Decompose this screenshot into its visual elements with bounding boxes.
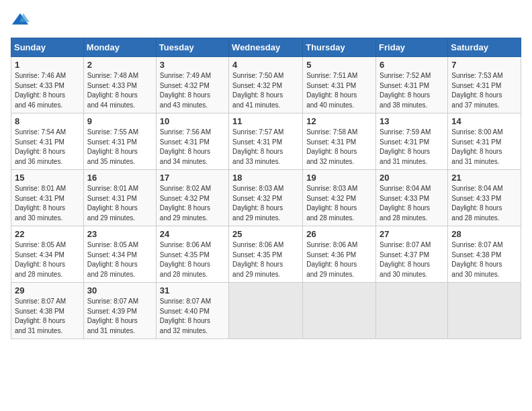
day-detail: Sunrise: 7:50 AMSunset: 4:32 PMDaylight:… (232, 72, 283, 109)
day-detail: Sunrise: 7:48 AMSunset: 4:33 PMDaylight:… (87, 72, 138, 109)
day-number: 25 (232, 229, 299, 239)
day-detail: Sunrise: 7:54 AMSunset: 4:31 PMDaylight:… (15, 128, 66, 165)
calendar-cell: 2 Sunrise: 7:48 AMSunset: 4:33 PMDayligh… (83, 57, 156, 113)
calendar-cell: 14 Sunrise: 8:00 AMSunset: 4:31 PMDaylig… (448, 113, 521, 170)
calendar-week-2: 8 Sunrise: 7:54 AMSunset: 4:31 PMDayligh… (11, 113, 521, 170)
weekday-header-thursday: Thursday (303, 38, 376, 57)
calendar-cell (376, 283, 448, 339)
day-detail: Sunrise: 7:52 AMSunset: 4:31 PMDaylight:… (380, 72, 431, 109)
day-number: 23 (87, 229, 152, 239)
day-number: 1 (15, 60, 80, 70)
day-detail: Sunrise: 7:55 AMSunset: 4:31 PMDaylight:… (87, 128, 138, 165)
calendar-cell: 8 Sunrise: 7:54 AMSunset: 4:31 PMDayligh… (11, 113, 84, 170)
day-number: 9 (87, 116, 152, 126)
day-detail: Sunrise: 8:00 AMSunset: 4:31 PMDaylight:… (451, 128, 502, 165)
day-number: 18 (232, 173, 299, 183)
calendar-cell: 7 Sunrise: 7:53 AMSunset: 4:31 PMDayligh… (448, 57, 521, 113)
calendar-cell: 23 Sunrise: 8:05 AMSunset: 4:34 PMDaylig… (83, 226, 156, 283)
calendar-cell: 5 Sunrise: 7:51 AMSunset: 4:31 PMDayligh… (303, 57, 376, 113)
day-number: 20 (380, 173, 444, 183)
calendar-week-5: 29 Sunrise: 8:07 AMSunset: 4:38 PMDaylig… (11, 283, 521, 339)
day-detail: Sunrise: 8:01 AMSunset: 4:31 PMDaylight:… (87, 185, 138, 222)
calendar-week-4: 22 Sunrise: 8:05 AMSunset: 4:34 PMDaylig… (11, 226, 521, 283)
weekday-header-friday: Friday (376, 38, 448, 57)
day-number: 24 (160, 229, 225, 239)
day-detail: Sunrise: 7:59 AMSunset: 4:31 PMDaylight:… (380, 128, 431, 165)
day-number: 8 (15, 116, 80, 126)
weekday-header-wednesday: Wednesday (229, 38, 303, 57)
weekday-header-tuesday: Tuesday (156, 38, 228, 57)
calendar-cell: 9 Sunrise: 7:55 AMSunset: 4:31 PMDayligh… (83, 113, 156, 170)
calendar-header-row: SundayMondayTuesdayWednesdayThursdayFrid… (11, 38, 521, 57)
calendar-cell: 26 Sunrise: 8:06 AMSunset: 4:36 PMDaylig… (303, 226, 376, 283)
day-detail: Sunrise: 8:05 AMSunset: 4:34 PMDaylight:… (15, 241, 66, 278)
calendar-cell: 3 Sunrise: 7:49 AMSunset: 4:32 PMDayligh… (156, 57, 228, 113)
calendar-cell: 21 Sunrise: 8:04 AMSunset: 4:33 PMDaylig… (448, 170, 521, 226)
day-number: 31 (160, 285, 225, 295)
calendar-cell: 17 Sunrise: 8:02 AMSunset: 4:32 PMDaylig… (156, 170, 228, 226)
calendar-week-1: 1 Sunrise: 7:46 AMSunset: 4:33 PMDayligh… (11, 57, 521, 113)
day-detail: Sunrise: 8:04 AMSunset: 4:33 PMDaylight:… (451, 185, 502, 222)
calendar-cell: 29 Sunrise: 8:07 AMSunset: 4:38 PMDaylig… (11, 283, 84, 339)
calendar-table: SundayMondayTuesdayWednesdayThursdayFrid… (11, 38, 521, 339)
calendar-cell: 24 Sunrise: 8:06 AMSunset: 4:35 PMDaylig… (156, 226, 228, 283)
day-number: 2 (87, 60, 152, 70)
day-number: 21 (451, 173, 517, 183)
day-number: 12 (306, 116, 372, 126)
day-number: 4 (232, 60, 299, 70)
day-detail: Sunrise: 8:06 AMSunset: 4:35 PMDaylight:… (232, 241, 283, 278)
day-detail: Sunrise: 8:07 AMSunset: 4:40 PMDaylight:… (160, 298, 211, 334)
calendar-cell: 30 Sunrise: 8:07 AMSunset: 4:39 PMDaylig… (83, 283, 156, 339)
day-detail: Sunrise: 7:57 AMSunset: 4:31 PMDaylight:… (232, 128, 283, 165)
day-number: 22 (15, 229, 80, 239)
day-detail: Sunrise: 8:01 AMSunset: 4:31 PMDaylight:… (15, 185, 66, 222)
day-detail: Sunrise: 8:06 AMSunset: 4:36 PMDaylight:… (306, 241, 357, 278)
calendar-cell: 22 Sunrise: 8:05 AMSunset: 4:34 PMDaylig… (11, 226, 84, 283)
calendar-cell: 25 Sunrise: 8:06 AMSunset: 4:35 PMDaylig… (229, 226, 303, 283)
day-number: 29 (15, 285, 80, 295)
calendar-cell (448, 283, 521, 339)
day-number: 16 (87, 173, 152, 183)
day-number: 11 (232, 116, 299, 126)
calendar-cell: 6 Sunrise: 7:52 AMSunset: 4:31 PMDayligh… (376, 57, 448, 113)
day-detail: Sunrise: 8:03 AMSunset: 4:32 PMDaylight:… (306, 185, 357, 222)
calendar-week-3: 15 Sunrise: 8:01 AMSunset: 4:31 PMDaylig… (11, 170, 521, 226)
logo (11, 11, 32, 30)
day-number: 6 (380, 60, 444, 70)
day-number: 27 (380, 229, 444, 239)
day-number: 26 (306, 229, 372, 239)
calendar-cell: 13 Sunrise: 7:59 AMSunset: 4:31 PMDaylig… (376, 113, 448, 170)
day-number: 5 (306, 60, 372, 70)
day-detail: Sunrise: 8:05 AMSunset: 4:34 PMDaylight:… (87, 241, 138, 278)
day-number: 13 (380, 116, 444, 126)
day-detail: Sunrise: 8:07 AMSunset: 4:37 PMDaylight:… (380, 241, 431, 278)
day-detail: Sunrise: 8:02 AMSunset: 4:32 PMDaylight:… (160, 185, 211, 222)
calendar-cell: 12 Sunrise: 7:58 AMSunset: 4:31 PMDaylig… (303, 113, 376, 170)
day-detail: Sunrise: 7:51 AMSunset: 4:31 PMDaylight:… (306, 72, 357, 109)
calendar-cell: 10 Sunrise: 7:56 AMSunset: 4:31 PMDaylig… (156, 113, 228, 170)
day-detail: Sunrise: 7:46 AMSunset: 4:33 PMDaylight:… (15, 72, 66, 109)
calendar-cell: 11 Sunrise: 7:57 AMSunset: 4:31 PMDaylig… (229, 113, 303, 170)
weekday-header-saturday: Saturday (448, 38, 521, 57)
day-detail: Sunrise: 7:53 AMSunset: 4:31 PMDaylight:… (451, 72, 502, 109)
day-number: 15 (15, 173, 80, 183)
calendar-cell: 20 Sunrise: 8:04 AMSunset: 4:33 PMDaylig… (376, 170, 448, 226)
calendar-cell: 31 Sunrise: 8:07 AMSunset: 4:40 PMDaylig… (156, 283, 228, 339)
day-detail: Sunrise: 8:07 AMSunset: 4:38 PMDaylight:… (451, 241, 502, 278)
calendar-cell: 28 Sunrise: 8:07 AMSunset: 4:38 PMDaylig… (448, 226, 521, 283)
day-number: 19 (306, 173, 372, 183)
calendar-cell: 16 Sunrise: 8:01 AMSunset: 4:31 PMDaylig… (83, 170, 156, 226)
calendar-cell (303, 283, 376, 339)
day-number: 7 (451, 60, 517, 70)
header (11, 11, 521, 30)
day-detail: Sunrise: 8:07 AMSunset: 4:38 PMDaylight:… (15, 298, 66, 334)
calendar-cell: 1 Sunrise: 7:46 AMSunset: 4:33 PMDayligh… (11, 57, 84, 113)
day-detail: Sunrise: 7:56 AMSunset: 4:31 PMDaylight:… (160, 128, 211, 165)
calendar-cell (229, 283, 303, 339)
day-detail: Sunrise: 8:04 AMSunset: 4:33 PMDaylight:… (380, 185, 431, 222)
day-detail: Sunrise: 8:06 AMSunset: 4:35 PMDaylight:… (160, 241, 211, 278)
day-detail: Sunrise: 7:58 AMSunset: 4:31 PMDaylight:… (306, 128, 357, 165)
day-number: 30 (87, 285, 152, 295)
day-number: 3 (160, 60, 225, 70)
calendar-cell: 19 Sunrise: 8:03 AMSunset: 4:32 PMDaylig… (303, 170, 376, 226)
